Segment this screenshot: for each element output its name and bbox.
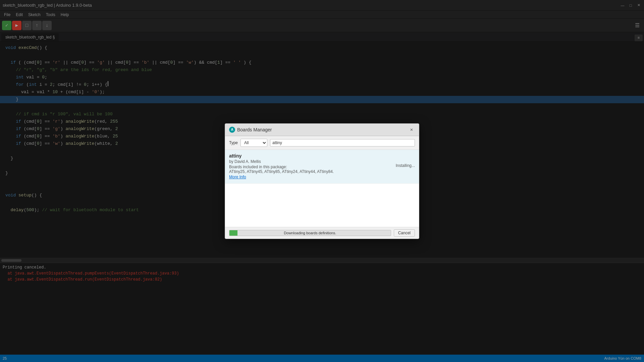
board-author: by David A. Mellis: [229, 159, 415, 164]
boards-manager-close-button[interactable]: ✕: [408, 126, 415, 133]
boards-manager-title: A Boards Manager: [229, 127, 272, 133]
boards-manager-footer: Downloading boards definitions. Cancel: [225, 227, 419, 239]
type-filter-label: Type: [229, 140, 238, 145]
progress-bar-container: Downloading boards definitions.: [229, 230, 391, 236]
boards-manager-filters: Type All: [225, 136, 419, 150]
install-status: Installing...: [396, 163, 415, 168]
board-item[interactable]: Installing... attiny by David A. Mellis …: [225, 150, 419, 184]
boards-manager-list[interactable]: Installing... attiny by David A. Mellis …: [225, 150, 419, 227]
cancel-button[interactable]: Cancel: [394, 229, 415, 237]
type-filter-select[interactable]: All: [240, 139, 267, 147]
search-input[interactable]: [270, 139, 415, 146]
more-info-link[interactable]: More Info: [229, 175, 246, 179]
board-description: Boards included in this package: ATtiny2…: [229, 165, 415, 174]
arduino-logo: A: [229, 127, 235, 133]
board-name: attiny: [229, 153, 415, 159]
modal-overlay: A Boards Manager ✕ Type All Installing..…: [0, 0, 644, 362]
progress-text: Downloading boards definitions.: [229, 230, 391, 236]
boards-manager-header: A Boards Manager ✕: [225, 124, 419, 136]
boards-manager-dialog: A Boards Manager ✕ Type All Installing..…: [225, 123, 419, 239]
